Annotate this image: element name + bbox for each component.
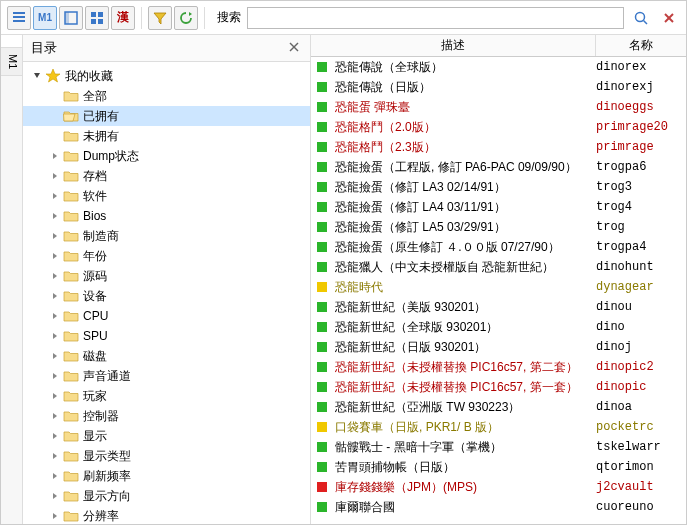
toolbar-btn-grid[interactable] [85,6,109,30]
expander-icon[interactable] [49,470,61,482]
row-name: dinopic2 [596,360,686,374]
list-row[interactable]: 恐龍新世紀（全球版 930201）dino [311,317,686,337]
tree-node[interactable]: 制造商 [23,226,310,246]
list-row[interactable]: 恐龍撿蛋（修訂 LA4 03/11/91）trog4 [311,197,686,217]
tree-node[interactable]: 年份 [23,246,310,266]
expander-icon[interactable] [49,350,61,362]
list-row[interactable]: 恐龍撿蛋（工程版, 修訂 PA6-PAC 09/09/90）trogpa6 [311,157,686,177]
toolbar: M1 漢 搜索 [1,1,686,35]
tree-node[interactable]: 显示 [23,426,310,446]
tree-node[interactable]: 全部 [23,86,310,106]
tree-node[interactable]: 已拥有 [23,106,310,126]
toolbar-sep [141,7,142,29]
svg-rect-1 [13,16,25,18]
expander-icon[interactable] [49,270,61,282]
folder-icon [63,108,79,124]
tree-node[interactable]: 设备 [23,286,310,306]
list-row[interactable]: 恐龍撿蛋（修訂 LA3 02/14/91）trog3 [311,177,686,197]
toolbar-btn-han[interactable]: 漢 [111,6,135,30]
tree-node-label: 显示类型 [83,448,131,465]
list-row[interactable]: 恐龍傳說（全球版）dinorex [311,57,686,77]
expander-icon[interactable] [49,170,61,182]
list-row[interactable]: 恐龍獵人（中文未授權版自 恐龍新世紀）dinohunt [311,257,686,277]
tree-node[interactable]: 控制器 [23,406,310,426]
folder-icon [63,228,79,244]
expander-icon[interactable] [49,150,61,162]
tree-header-title: 目录 [31,39,57,57]
list-panel: 描述 名称 恐龍傳說（全球版）dinorex恐龍傳說（日版）dinorexj恐龍… [311,35,686,524]
expander-icon[interactable] [49,310,61,322]
tree-node[interactable]: Dump状态 [23,146,310,166]
toolbar-btn-lines[interactable] [7,6,31,30]
expander-icon[interactable] [49,430,61,442]
toolbar-btn-m1[interactable]: M1 [33,6,57,30]
expander-icon[interactable] [49,410,61,422]
toolbar-btn-refresh[interactable] [174,6,198,30]
list-row[interactable]: 恐龍格鬥（2.0版）primrage20 [311,117,686,137]
tree-node[interactable]: 声音通道 [23,366,310,386]
search-button[interactable] [630,7,652,29]
sidetab-directory[interactable]: 目录 [1,35,22,48]
expander-icon[interactable] [49,390,61,402]
row-desc: 恐龍新世紀（日版 930201） [335,339,596,356]
col-header-desc[interactable]: 描述 [311,35,596,56]
col-header-name[interactable]: 名称 [596,35,686,56]
expander-icon[interactable] [49,290,61,302]
list-row[interactable]: 恐龍撿蛋（修訂 LA5 03/29/91）trog [311,217,686,237]
expander-open-icon [31,70,43,82]
list-row[interactable]: 恐龍新世紀（日版 930201）dinoj [311,337,686,357]
expander-icon[interactable] [49,490,61,502]
tree-close-button[interactable] [288,41,302,55]
list-row[interactable]: 恐龍新世紀（美版 930201）dinou [311,297,686,317]
tree-node[interactable]: 源码 [23,266,310,286]
toolbar-btn-filter[interactable] [148,6,172,30]
svg-marker-27 [53,313,57,319]
expander-icon[interactable] [49,190,61,202]
status-square-icon [317,422,327,432]
tree-node[interactable]: 存档 [23,166,310,186]
sidetab-m1[interactable]: M1 [1,48,22,76]
expander-icon[interactable] [49,250,61,262]
list-row[interactable]: 恐龍蛋 彈珠臺dinoeggs [311,97,686,117]
svg-marker-18 [46,69,60,82]
search-clear-button[interactable] [658,7,680,29]
expander-icon[interactable] [49,210,61,222]
status-square-icon [317,482,327,492]
list-row[interactable]: 恐龍新世紀（未授權替換 PIC16c57, 第一套）dinopic [311,377,686,397]
expander-icon[interactable] [49,450,61,462]
status-square-icon [317,62,327,72]
expander-icon[interactable] [49,230,61,242]
list-row[interactable]: 恐龍傳說（日版）dinorexj [311,77,686,97]
tree-node[interactable]: 分辨率 [23,506,310,524]
tree-node[interactable]: Bios [23,206,310,226]
svg-rect-5 [91,12,96,17]
star-icon [45,68,61,84]
tree-node[interactable]: 显示方向 [23,486,310,506]
tree-node[interactable]: 玩家 [23,386,310,406]
tree-root-favorites[interactable]: 我的收藏 [23,66,310,86]
list-row[interactable]: 恐龍撿蛋（原生修訂 ４.００版 07/27/90）trogpa4 [311,237,686,257]
tree-node[interactable]: 磁盘 [23,346,310,366]
list-row[interactable]: 恐龍時代dynagear [311,277,686,297]
folder-icon [63,468,79,484]
expander-icon[interactable] [49,330,61,342]
list-row[interactable]: 恐龍新世紀（亞洲版 TW 930223）dinoa [311,397,686,417]
list-row[interactable]: 口袋賽車（日版, PKR1/ B 版）pocketrc [311,417,686,437]
list-row[interactable]: 庫存錢錢樂（JPM）(MPS)j2cvault [311,477,686,497]
tree-node[interactable]: 刷新频率 [23,466,310,486]
tree-node[interactable]: 未拥有 [23,126,310,146]
list-row[interactable]: 恐龍格鬥（2.3版）primrage [311,137,686,157]
list-row[interactable]: 庫爾聯合國cuoreuno [311,497,686,517]
tree-node[interactable]: CPU [23,306,310,326]
tree-node[interactable]: 软件 [23,186,310,206]
svg-marker-25 [53,273,57,279]
list-row[interactable]: 骷髏戰士 - 黑暗十字軍（掌機）tskelwarr [311,437,686,457]
expander-icon[interactable] [49,510,61,522]
search-input[interactable] [247,7,624,29]
tree-node[interactable]: 显示类型 [23,446,310,466]
list-row[interactable]: 苦胃頭捕物帳（日版）qtorimon [311,457,686,477]
tree-node[interactable]: SPU [23,326,310,346]
list-row[interactable]: 恐龍新世紀（未授權替換 PIC16c57, 第二套）dinopic2 [311,357,686,377]
toolbar-btn-list[interactable] [59,6,83,30]
expander-icon[interactable] [49,370,61,382]
